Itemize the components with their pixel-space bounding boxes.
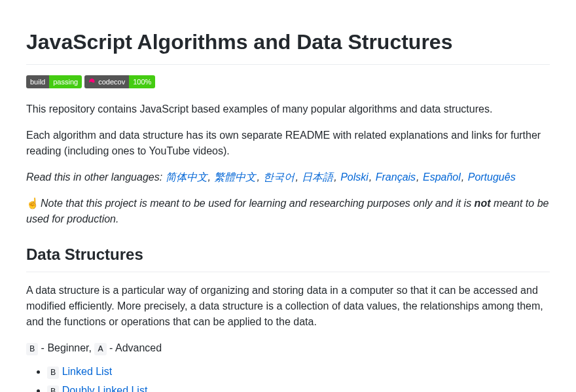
build-badge[interactable]: build passing <box>26 75 82 88</box>
difficulty-badge: B <box>47 385 59 392</box>
data-structures-heading: Data Structures <box>26 243 550 272</box>
advanced-code: A <box>94 343 106 355</box>
list-item: B Linked List <box>47 364 550 380</box>
codecov-badge-label: codecov <box>84 75 129 88</box>
languages-prefix: Read this in other languages: <box>26 171 162 183</box>
language-link[interactable]: Español <box>423 171 461 183</box>
language-link[interactable]: Français <box>376 171 416 183</box>
language-link[interactable]: 한국어 <box>263 171 295 183</box>
page-title: JavaScript Algorithms and Data Structure… <box>26 26 550 65</box>
advanced-label: - Advanced <box>107 342 162 353</box>
languages-list: 简体中文, 繁體中文, 한국어, 日本語, Polski, Français, … <box>166 171 516 183</box>
codecov-badge-value: 100% <box>129 75 155 88</box>
intro-paragraph-1: This repository contains JavaScript base… <box>26 101 550 117</box>
note-line: ☝Note that this project is meant to be u… <box>26 196 550 227</box>
build-badge-value: passing <box>49 75 82 88</box>
language-link[interactable]: 繁體中文 <box>214 171 256 183</box>
note-text-before: Note that this project is meant to be us… <box>41 198 475 209</box>
data-structure-link[interactable]: Linked List <box>62 366 113 377</box>
intro-paragraph-2: Each algorithm and data structure has it… <box>26 128 550 159</box>
beginner-label: - Beginner, <box>38 342 94 353</box>
data-structures-list: B Linked ListB Doubly Linked ListB Queue… <box>26 364 550 392</box>
data-structure-link[interactable]: Doubly Linked List <box>62 385 148 392</box>
language-link[interactable]: 简体中文 <box>166 171 207 183</box>
language-link[interactable]: 日本語 <box>302 171 333 183</box>
languages-line: Read this in other languages: 简体中文, 繁體中文… <box>26 169 550 185</box>
difficulty-legend: B - Beginner, A - Advanced <box>26 340 550 356</box>
pointing-up-icon: ☝ <box>26 198 39 209</box>
list-item: B Doubly Linked List <box>47 383 550 392</box>
difficulty-badge: B <box>47 366 59 379</box>
note-bold: not <box>475 198 491 209</box>
build-badge-label: build <box>26 75 49 88</box>
language-link[interactable]: Português <box>468 171 516 183</box>
beginner-code: B <box>26 343 38 355</box>
data-structures-description: A data structure is a particular way of … <box>26 283 550 330</box>
badges-row: build passing codecov 100% <box>26 75 550 88</box>
language-link[interactable]: Polski <box>340 171 369 183</box>
codecov-badge[interactable]: codecov 100% <box>84 75 155 88</box>
codecov-icon <box>88 78 96 86</box>
